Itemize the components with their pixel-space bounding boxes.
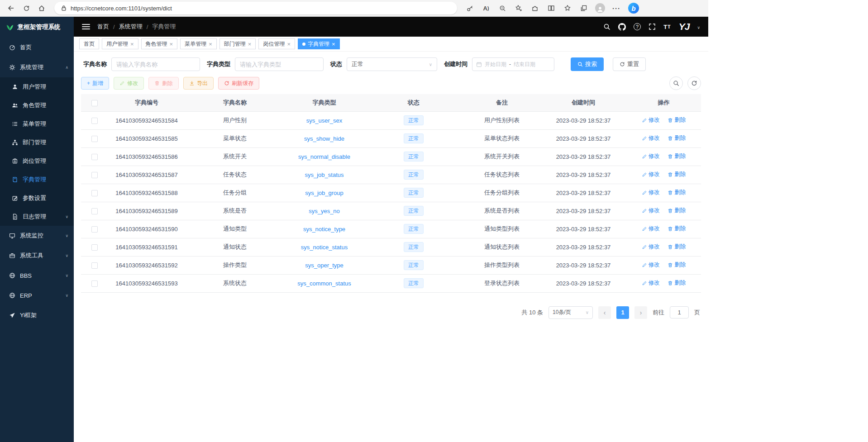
close-icon[interactable] bbox=[130, 41, 134, 48]
sidebar-item-yi-framework[interactable]: Yi框架 bbox=[0, 305, 74, 325]
copilot-bing-icon[interactable]: b bbox=[628, 3, 639, 14]
row-delete-button[interactable]: 删除 bbox=[668, 171, 686, 178]
breadcrumb-item[interactable]: 系统管理 bbox=[119, 23, 143, 31]
sidebar-item-erp[interactable]: ERP bbox=[0, 285, 74, 305]
font-size-button[interactable]: TT bbox=[663, 24, 671, 30]
sidebar-item-role-mgmt[interactable]: 角色管理 bbox=[0, 96, 74, 114]
sidebar-item-system-tools[interactable]: 系统工具 bbox=[0, 246, 74, 266]
dict-type-link[interactable]: sys_normal_disable bbox=[298, 153, 350, 160]
password-key-button[interactable] bbox=[463, 1, 477, 15]
user-logo[interactable]: YJ bbox=[679, 21, 690, 32]
row-checkbox[interactable] bbox=[91, 262, 98, 269]
row-checkbox[interactable] bbox=[91, 244, 98, 251]
zoom-out-button[interactable] bbox=[495, 1, 510, 15]
browser-refresh-button[interactable] bbox=[19, 1, 33, 15]
row-checkbox[interactable] bbox=[91, 136, 98, 142]
close-icon[interactable] bbox=[170, 41, 173, 48]
profile-button[interactable] bbox=[593, 1, 607, 15]
row-edit-button[interactable]: 修改 bbox=[642, 116, 660, 124]
breadcrumb-item[interactable]: 首页 bbox=[97, 23, 109, 31]
dict-type-link[interactable]: sys_user_sex bbox=[306, 117, 342, 124]
row-checkbox[interactable] bbox=[91, 172, 98, 178]
tab-dict-mgmt[interactable]: 字典管理 bbox=[298, 38, 340, 49]
row-checkbox[interactable] bbox=[91, 154, 98, 160]
prev-page-button[interactable] bbox=[598, 306, 611, 319]
goto-page-input[interactable] bbox=[670, 306, 689, 318]
sidebar-item-bbs[interactable]: BBS bbox=[0, 266, 74, 285]
edit-button[interactable]: 修改 bbox=[114, 77, 144, 90]
row-delete-button[interactable]: 删除 bbox=[668, 243, 686, 251]
add-favorite-button[interactable] bbox=[511, 1, 526, 15]
dict-type-input[interactable] bbox=[235, 57, 324, 71]
row-delete-button[interactable]: 删除 bbox=[668, 207, 686, 214]
sidebar-item-post-mgmt[interactable]: 岗位管理 bbox=[0, 152, 74, 170]
sidebar-item-menu-mgmt[interactable]: 菜单管理 bbox=[0, 114, 74, 133]
export-button[interactable]: 导出 bbox=[183, 77, 214, 90]
row-edit-button[interactable]: 修改 bbox=[642, 225, 660, 233]
refresh-cache-button[interactable]: 刷新缓存 bbox=[218, 77, 259, 90]
sidebar-collapse-button[interactable] bbox=[82, 24, 90, 29]
row-checkbox[interactable] bbox=[91, 118, 98, 124]
tab-dept-mgmt[interactable]: 部门管理 bbox=[219, 38, 256, 49]
table-search-toggle-button[interactable] bbox=[669, 76, 683, 90]
dict-type-link[interactable]: sys_common_status bbox=[297, 280, 351, 287]
header-search-button[interactable] bbox=[603, 23, 610, 30]
dict-type-link[interactable]: sys_oper_type bbox=[305, 262, 343, 269]
sidebar-item-param-settings[interactable]: 参数设置 bbox=[0, 189, 74, 207]
address-bar[interactable]: https://ccnetcore.com:1101/system/dict bbox=[54, 2, 457, 14]
row-delete-button[interactable]: 删除 bbox=[668, 225, 686, 233]
row-delete-button[interactable]: 删除 bbox=[668, 279, 686, 287]
page-size-select[interactable]: 10条/页 bbox=[548, 306, 593, 319]
current-page-button[interactable]: 1 bbox=[616, 306, 629, 319]
row-checkbox[interactable] bbox=[91, 226, 98, 233]
next-page-button[interactable] bbox=[634, 306, 647, 319]
row-delete-button[interactable]: 删除 bbox=[668, 261, 686, 269]
row-edit-button[interactable]: 修改 bbox=[642, 279, 660, 287]
browser-home-button[interactable] bbox=[34, 1, 49, 15]
dict-type-link[interactable]: sys_notice_type bbox=[303, 226, 345, 233]
row-checkbox[interactable] bbox=[91, 190, 98, 196]
tab-menu-mgmt[interactable]: 菜单管理 bbox=[180, 38, 217, 49]
sidebar-item-log-mgmt[interactable]: 日志管理 bbox=[0, 207, 74, 226]
fullscreen-button[interactable] bbox=[649, 23, 656, 30]
tab-home[interactable]: 首页 bbox=[79, 38, 99, 49]
dict-type-link[interactable]: sys_yes_no bbox=[309, 208, 340, 214]
reset-button[interactable]: 重置 bbox=[613, 57, 646, 71]
sidebar-item-dict-mgmt[interactable]: 字典管理 bbox=[0, 170, 74, 189]
table-refresh-button[interactable] bbox=[687, 76, 701, 90]
sidebar-item-home[interactable]: 首页 bbox=[0, 38, 74, 57]
browser-back-button[interactable] bbox=[4, 1, 18, 15]
dict-type-link[interactable]: sys_job_status bbox=[305, 171, 344, 178]
favorites-button[interactable] bbox=[560, 1, 575, 15]
row-checkbox[interactable] bbox=[91, 208, 98, 214]
dict-type-link[interactable]: sys_show_hide bbox=[304, 135, 344, 142]
extensions-button[interactable] bbox=[528, 1, 542, 15]
chevron-down-icon[interactable] bbox=[697, 25, 700, 30]
dict-name-input[interactable] bbox=[111, 57, 200, 71]
help-button[interactable]: ? bbox=[634, 23, 641, 30]
row-edit-button[interactable]: 修改 bbox=[642, 134, 660, 142]
add-button[interactable]: + 新增 bbox=[81, 77, 109, 90]
row-edit-button[interactable]: 修改 bbox=[642, 243, 660, 251]
close-icon[interactable] bbox=[209, 41, 212, 48]
sidebar-item-system-monitor[interactable]: 系统监控 bbox=[0, 226, 74, 246]
row-delete-button[interactable]: 删除 bbox=[668, 134, 686, 142]
row-delete-button[interactable]: 删除 bbox=[668, 189, 686, 196]
close-icon[interactable] bbox=[248, 41, 252, 48]
close-icon[interactable] bbox=[332, 41, 335, 48]
row-edit-button[interactable]: 修改 bbox=[642, 261, 660, 269]
delete-button[interactable]: 删除 bbox=[148, 77, 179, 90]
sidebar-item-dept-mgmt[interactable]: 部门管理 bbox=[0, 133, 74, 152]
row-delete-button[interactable]: 删除 bbox=[668, 152, 686, 160]
row-checkbox[interactable] bbox=[91, 280, 98, 287]
row-edit-button[interactable]: 修改 bbox=[642, 171, 660, 178]
github-button[interactable] bbox=[618, 23, 626, 31]
row-edit-button[interactable]: 修改 bbox=[642, 189, 660, 196]
sidebar-item-system-mgmt[interactable]: 系统管理 bbox=[0, 57, 74, 77]
select-all-checkbox[interactable] bbox=[91, 100, 98, 106]
sidebar-item-user-mgmt[interactable]: 用户管理 bbox=[0, 77, 74, 96]
tab-role-mgmt[interactable]: 角色管理 bbox=[141, 38, 178, 49]
row-edit-button[interactable]: 修改 bbox=[642, 207, 660, 214]
status-select[interactable]: 正常 bbox=[347, 57, 437, 71]
row-delete-button[interactable]: 删除 bbox=[668, 116, 686, 124]
